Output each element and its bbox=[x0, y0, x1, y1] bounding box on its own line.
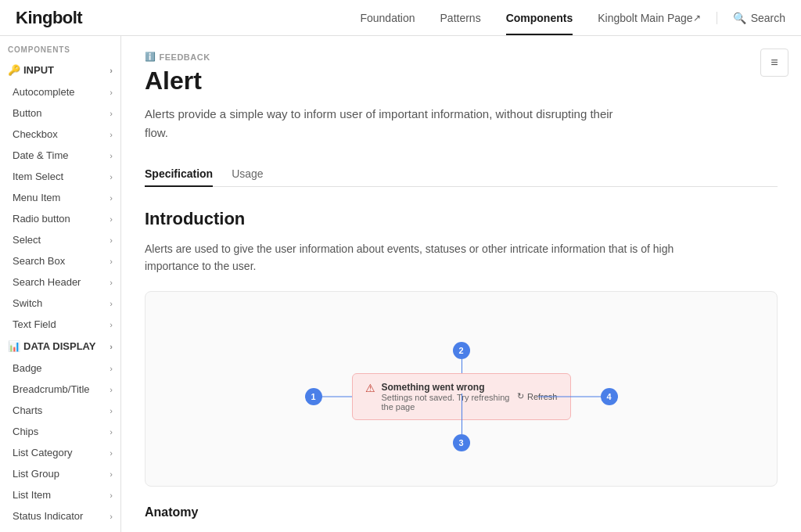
chevron-icon: › bbox=[110, 109, 113, 118]
sidebar-group-input[interactable]: 🔑INPUT › bbox=[0, 59, 120, 81]
anatomy-diagram: 2 1 ⚠ Something went wrong Settings not … bbox=[145, 291, 778, 487]
chevron-icon: › bbox=[110, 406, 113, 415]
tab-specification[interactable]: Specification bbox=[145, 161, 213, 186]
alert-warning-icon: ⚠ bbox=[365, 382, 375, 394]
sidebar-item-itemselect[interactable]: Item Select› bbox=[0, 166, 120, 187]
toc-button[interactable]: ≡ bbox=[760, 49, 788, 77]
chevron-icon: › bbox=[110, 278, 113, 287]
alert-text-block: Something went wrong Settings not saved.… bbox=[382, 382, 517, 412]
chevron-icon: › bbox=[110, 193, 113, 203]
nav-patterns[interactable]: Patterns bbox=[440, 0, 481, 35]
breadcrumb-icon: ℹ️ bbox=[145, 52, 156, 62]
annotation-2: 2 bbox=[453, 342, 470, 359]
sidebar-item-badge[interactable]: Badge› bbox=[0, 358, 120, 379]
chevron-icon: › bbox=[110, 235, 113, 245]
page-title: Alert bbox=[145, 66, 778, 95]
search-button[interactable]: 🔍 Search bbox=[717, 12, 785, 24]
datadisplay-group-chevron: › bbox=[110, 342, 113, 351]
logo[interactable]: Kingbolt bbox=[16, 8, 82, 28]
toc-icon: ≡ bbox=[770, 56, 778, 70]
sidebar-section-components: COMPONENTS bbox=[0, 36, 120, 59]
sidebar-item-breadcrumbtitle[interactable]: Breadcrumb/Title› bbox=[0, 379, 120, 400]
body: COMPONENTS 🔑INPUT › Autocomplete› Button… bbox=[0, 36, 801, 532]
refresh-icon: ↻ bbox=[517, 391, 524, 401]
sidebar-item-statusindicator[interactable]: Status Indicator› bbox=[0, 505, 120, 527]
input-group-chevron: › bbox=[110, 66, 113, 75]
sidebar-item-chips[interactable]: Chips› bbox=[0, 421, 120, 442]
main-content: ≡ ℹ️ FEEDBACK Alert Alerts provide a sim… bbox=[121, 36, 801, 532]
search-icon: 🔍 bbox=[733, 12, 746, 24]
sidebar-item-listgroup[interactable]: List Group› bbox=[0, 463, 120, 484]
chevron-icon: › bbox=[110, 320, 113, 329]
chevron-icon: › bbox=[110, 469, 113, 479]
chevron-icon: › bbox=[110, 385, 113, 394]
sidebar-item-menuitem[interactable]: Menu Item› bbox=[0, 187, 120, 208]
input-group-icon: 🔑 bbox=[8, 64, 20, 76]
nav-kingbolt-main[interactable]: Kingbolt Main Page bbox=[598, 0, 700, 35]
header: Kingbolt Foundation Patterns Components … bbox=[0, 0, 801, 36]
chevron-icon: › bbox=[110, 88, 113, 97]
nav-foundation[interactable]: Foundation bbox=[360, 0, 415, 35]
alert-demo-title: Something went wrong bbox=[382, 382, 517, 393]
sidebar: COMPONENTS 🔑INPUT › Autocomplete› Button… bbox=[0, 36, 121, 532]
datadisplay-group-icon: 📊 bbox=[8, 340, 20, 352]
sidebar-group-datadisplay[interactable]: 📊DATA DISPLAY › bbox=[0, 335, 120, 358]
sidebar-item-select[interactable]: Select› bbox=[0, 229, 120, 250]
chevron-icon: › bbox=[110, 151, 113, 160]
anatomy-label: Anatomy bbox=[145, 505, 778, 519]
sidebar-item-autocomplete[interactable]: Autocomplete› bbox=[0, 81, 120, 102]
tabs: Specification Usage bbox=[145, 161, 778, 187]
datadisplay-group-items: Badge› Breadcrumb/Title› Charts› Chips› … bbox=[0, 358, 120, 532]
sidebar-item-listitem[interactable]: List Item› bbox=[0, 484, 120, 505]
anno-line-right bbox=[538, 396, 601, 397]
chevron-icon: › bbox=[110, 257, 113, 266]
input-group-items: Autocomplete› Button› Checkbox› Date & T… bbox=[0, 81, 120, 335]
sidebar-item-switch[interactable]: Switch› bbox=[0, 293, 120, 314]
alert-content: ⚠ Something went wrong Settings not save… bbox=[365, 382, 517, 412]
sidebar-item-button[interactable]: Button› bbox=[0, 102, 120, 124]
breadcrumb-text: FEEDBACK bbox=[160, 52, 210, 62]
chevron-icon: › bbox=[110, 427, 113, 437]
chevron-icon: › bbox=[110, 512, 113, 521]
anatomy-inner: 2 1 ⚠ Something went wrong Settings not … bbox=[289, 334, 634, 459]
sidebar-item-datetime[interactable]: Date & Time› bbox=[0, 145, 120, 166]
anno-line-bottom bbox=[462, 394, 462, 434]
nav-components[interactable]: Components bbox=[506, 0, 573, 35]
annotation-4: 4 bbox=[601, 388, 618, 405]
tab-usage[interactable]: Usage bbox=[232, 161, 263, 186]
sidebar-item-listcategory[interactable]: List Category› bbox=[0, 442, 120, 463]
sidebar-item-radiobutton[interactable]: Radio button› bbox=[0, 208, 120, 229]
chevron-icon: › bbox=[110, 130, 113, 139]
page-description: Alerts provide a simple way to inform us… bbox=[145, 105, 614, 142]
chevron-icon: › bbox=[110, 214, 113, 224]
sidebar-item-searchbox[interactable]: Search Box› bbox=[0, 250, 120, 271]
alert-demo-subtitle: Settings not saved. Try refreshing the p… bbox=[382, 393, 517, 412]
breadcrumb: ℹ️ FEEDBACK bbox=[145, 52, 778, 62]
introduction-title: Introduction bbox=[145, 209, 778, 229]
sidebar-item-tooltip[interactable]: Tooltip› bbox=[0, 527, 120, 532]
chevron-icon: › bbox=[110, 491, 113, 500]
search-label[interactable]: Search bbox=[751, 12, 785, 24]
chevron-icon: › bbox=[110, 448, 113, 458]
introduction-body: Alerts are used to give the user informa… bbox=[145, 240, 692, 275]
sidebar-item-textfield[interactable]: Text Field› bbox=[0, 314, 120, 335]
sidebar-item-searchheader[interactable]: Search Header› bbox=[0, 271, 120, 293]
chevron-icon: › bbox=[110, 172, 113, 182]
sidebar-item-charts[interactable]: Charts› bbox=[0, 400, 120, 421]
sidebar-item-checkbox[interactable]: Checkbox› bbox=[0, 124, 120, 145]
chevron-icon: › bbox=[110, 299, 113, 308]
annotation-3: 3 bbox=[453, 434, 470, 451]
main-nav: Foundation Patterns Components Kingbolt … bbox=[360, 0, 700, 35]
chevron-icon: › bbox=[110, 364, 113, 373]
annotation-1: 1 bbox=[305, 388, 322, 405]
